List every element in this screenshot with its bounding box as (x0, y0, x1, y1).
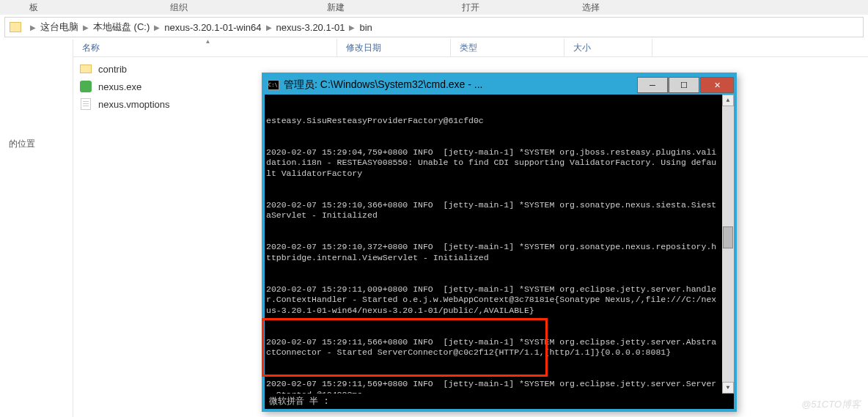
ime-status-bar: 微软拼音 半 : (265, 394, 734, 409)
text-file-icon (79, 97, 92, 111)
log-line: 2020-02-07 15:29:11,009+0800 INFO [jetty… (266, 284, 721, 316)
file-name: nexus.exe (98, 81, 141, 92)
column-type[interactable]: 类型 (451, 39, 564, 57)
column-date[interactable]: 修改日期 (337, 39, 451, 57)
chevron-right-icon: ▶ (30, 23, 36, 32)
scroll-down-icon[interactable]: ▼ (722, 382, 734, 394)
cmd-output: esteasy.SisuResteasyProviderFactory@61cf… (265, 95, 722, 394)
cmd-body[interactable]: esteasy.SisuResteasyProviderFactory@61cf… (265, 95, 734, 394)
cmd-window[interactable]: 管理员: C:\Windows\System32\cmd.exe - ... ─… (262, 73, 737, 412)
file-name: contrib (98, 64, 127, 75)
folder-icon (10, 22, 21, 32)
chevron-right-icon: ▶ (154, 23, 160, 32)
log-line: esteasy.SisuResteasyProviderFactory@61cf… (266, 116, 721, 126)
ribbon-group-clipboard: 板 (15, 0, 53, 15)
column-headers: ▲ 名称 修改日期 类型 大小 (73, 40, 868, 57)
watermark: @51CTO博客 (801, 398, 861, 411)
folder-icon (79, 62, 92, 75)
crumb-nexus-win64[interactable]: nexus-3.20.1-01-win64 (164, 22, 261, 33)
exe-icon (79, 80, 92, 93)
ribbon-group-select: 选择 (567, 0, 614, 15)
crumb-bin[interactable]: bin (359, 22, 372, 33)
crumb-local-disk[interactable]: 本地磁盘 (C:) (93, 21, 150, 34)
cmd-icon (268, 80, 279, 90)
sort-arrow-icon: ▲ (205, 38, 211, 45)
log-line: 2020-02-07 15:29:04,759+0800 INFO [jetty… (266, 147, 721, 179)
ribbon-group-organize: 组织 (155, 0, 202, 15)
scroll-thumb[interactable] (723, 226, 733, 248)
scrollbar[interactable]: ▲ ▼ (722, 95, 734, 394)
file-name: nexus.vmoptions (98, 99, 170, 110)
cmd-title-text: 管理员: C:\Windows\System32\cmd.exe - ... (284, 78, 636, 92)
ribbon-group-new: 新建 (312, 0, 359, 15)
chevron-right-icon: ▶ (83, 23, 89, 32)
cmd-titlebar[interactable]: 管理员: C:\Windows\System32\cmd.exe - ... ─… (265, 75, 734, 95)
nav-item-location[interactable]: 的位置 (0, 133, 73, 155)
column-name-label: 名称 (82, 43, 100, 53)
log-line: 2020-02-07 15:29:10,372+0800 INFO [jetty… (266, 242, 721, 263)
breadcrumb[interactable]: ▶ 这台电脑 ▶ 本地磁盘 (C:) ▶ nexus-3.20.1-01-win… (4, 17, 864, 37)
log-line: 2020-02-07 15:29:10,366+0800 INFO [jetty… (266, 200, 721, 221)
log-line: 2020-02-07 15:29:11,566+0800 INFO [jetty… (266, 337, 721, 358)
log-line: 2020-02-07 15:29:11,569+0800 INFO [jetty… (266, 379, 721, 394)
scroll-up-icon[interactable]: ▲ (722, 95, 734, 106)
crumb-this-pc[interactable]: 这台电脑 (40, 21, 78, 34)
close-button[interactable]: ✕ (700, 77, 734, 93)
maximize-button[interactable]: ☐ (669, 77, 699, 93)
ribbon-group-open: 打开 (447, 0, 494, 15)
chevron-right-icon: ▶ (266, 23, 272, 32)
crumb-nexus-ver[interactable]: nexus-3.20.1-01 (276, 22, 345, 33)
column-size[interactable]: 大小 (564, 39, 652, 57)
column-name[interactable]: ▲ 名称 (73, 39, 337, 57)
chevron-right-icon: ▶ (349, 23, 355, 32)
ribbon-groups: 板 组织 新建 打开 选择 (0, 0, 868, 15)
navigation-pane[interactable]: 的位置 (0, 40, 73, 417)
minimize-button[interactable]: ─ (637, 77, 668, 93)
